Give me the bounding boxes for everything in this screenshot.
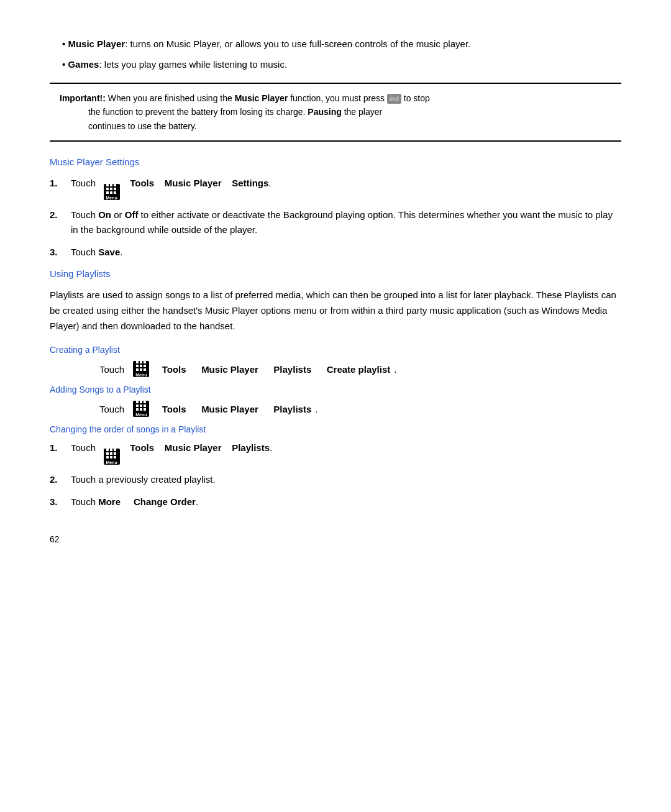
menu-icon-grid-changing (106, 449, 117, 459)
bullet-term-music-player: Music Player (68, 39, 125, 49)
menu-icon-label-creating: Menu (135, 373, 147, 377)
playlists-description: Playlists are used to assign songs to a … (50, 288, 621, 334)
creating-tools: Tools (162, 364, 186, 375)
step3-save: Save (98, 247, 120, 257)
music-settings-section: Music Player Settings 1. Touch Menu Tool… (50, 157, 621, 260)
changing-music-player: Music Player (165, 442, 222, 453)
adding-playlists: Playlists (273, 404, 311, 414)
step1-settings: Settings (232, 178, 268, 188)
step2-off: Off (125, 209, 139, 220)
bullet-games: Games: lets you play games while listeni… (62, 58, 621, 72)
end-key-icon: end (387, 94, 401, 104)
important-text3: to stop (404, 93, 430, 103)
adding-music-player: Music Player (201, 404, 258, 414)
important-bold2: Pausing (308, 107, 341, 117)
step1-music-player: Music Player (165, 178, 222, 188)
step-2-content: Touch On or Off to either activate or de… (71, 208, 621, 237)
changing-num-3: 3. (50, 495, 62, 509)
adding-songs-step: Touch Menu Tools Music Player Playlists. (50, 401, 621, 417)
step-num-1: 1. (50, 176, 62, 191)
changing-playlists: Playlists (232, 442, 270, 453)
important-text-line3: continues to use the battery. (60, 121, 197, 131)
changing-step-3: 3. Touch More Change Order. (50, 495, 621, 509)
music-settings-step-2: 2. Touch On or Off to either activate or… (50, 208, 621, 237)
step-num-2: 2. (50, 208, 62, 222)
changing-change-order: Change Order (134, 496, 196, 507)
menu-icon-changing: Menu (104, 449, 120, 465)
adding-tools: Tools (162, 404, 186, 414)
creating-playlist-step: Touch Menu Tools Music Player Playlists … (50, 361, 621, 377)
important-text-line2: the function to prevent the battery from… (60, 107, 382, 117)
page-number: 62 (50, 534, 621, 544)
menu-icon-1: Menu (104, 184, 120, 200)
changing-order-subsection: Changing the order of songs in a Playlis… (50, 424, 621, 509)
menu-icon-label-adding: Menu (135, 413, 147, 417)
step-1-content: Touch Menu Tools Music Player Settings. (71, 176, 272, 200)
changing-step-1-content: Touch Menu Tools Music Player Playlists. (71, 440, 272, 465)
creating-playlists: Playlists (273, 364, 311, 375)
bullet-term-games: Games (68, 59, 99, 70)
bullet-desc-music-player: : turns on Music Player, or allows you t… (125, 39, 470, 49)
menu-icon-creating: Menu (133, 361, 149, 377)
adding-songs-subsection: Adding Songs to a Playlist Touch Menu To… (50, 385, 621, 417)
changing-more: More (98, 496, 121, 507)
changing-step-2-content: Touch a previously created playlist. (71, 472, 216, 487)
music-settings-steps: 1. Touch Menu Tools Music Player Setting… (50, 176, 621, 260)
important-bold1: Music Player (235, 93, 288, 103)
using-playlists-section: Using Playlists Playlists are used to as… (50, 268, 621, 509)
changing-tools: Tools (130, 442, 154, 453)
menu-icon-label-1: Menu (106, 196, 117, 200)
changing-num-1: 1. (50, 440, 62, 455)
bullet-music-player: Music Player: turns on Music Player, or … (62, 37, 621, 52)
important-label: Important!: (60, 93, 106, 103)
step1-tools: Tools (130, 178, 154, 188)
bullet-section: Music Player: turns on Music Player, or … (50, 37, 621, 71)
important-content: Important!: When you are finished using … (60, 91, 430, 133)
menu-icon-label-changing: Menu (106, 460, 117, 465)
changing-order-steps: 1. Touch Menu Tools Music Player Pl (50, 440, 621, 509)
step-3-content: Touch Save. (71, 245, 122, 260)
changing-step-1: 1. Touch Menu Tools Music Player Pl (50, 440, 621, 465)
changing-step-3-content: Touch More Change Order. (71, 495, 198, 509)
using-playlists-heading: Using Playlists (50, 268, 621, 279)
changing-num-2: 2. (50, 472, 62, 487)
changing-order-heading: Changing the order of songs in a Playlis… (50, 424, 621, 434)
step2-on: On (98, 209, 111, 220)
changing-step-2: 2. Touch a previously created playlist. (50, 472, 621, 487)
menu-icon-grid-1 (106, 184, 117, 194)
bullet-desc-games: : lets you play games while listening to… (99, 59, 287, 70)
important-text1: When you are finished using the (108, 93, 235, 103)
music-settings-step-1: 1. Touch Menu Tools Music Player Setting… (50, 176, 621, 200)
menu-icon-grid-adding (136, 401, 147, 411)
menu-icon-adding: Menu (133, 401, 149, 417)
creating-music-player: Music Player (201, 364, 258, 375)
music-settings-heading: Music Player Settings (50, 157, 621, 167)
creating-create-playlist: Create playlist (327, 364, 391, 375)
step-num-3: 3. (50, 245, 62, 260)
creating-playlist-subsection: Creating a Playlist Touch Menu Tools Mus… (50, 345, 621, 377)
creating-playlist-heading: Creating a Playlist (50, 345, 621, 355)
important-box: Important!: When you are finished using … (50, 83, 621, 142)
music-settings-step-3: 3. Touch Save. (50, 245, 621, 260)
important-text2: function, you must press (290, 93, 387, 103)
adding-songs-heading: Adding Songs to a Playlist (50, 385, 621, 395)
menu-icon-grid-creating (136, 361, 147, 372)
